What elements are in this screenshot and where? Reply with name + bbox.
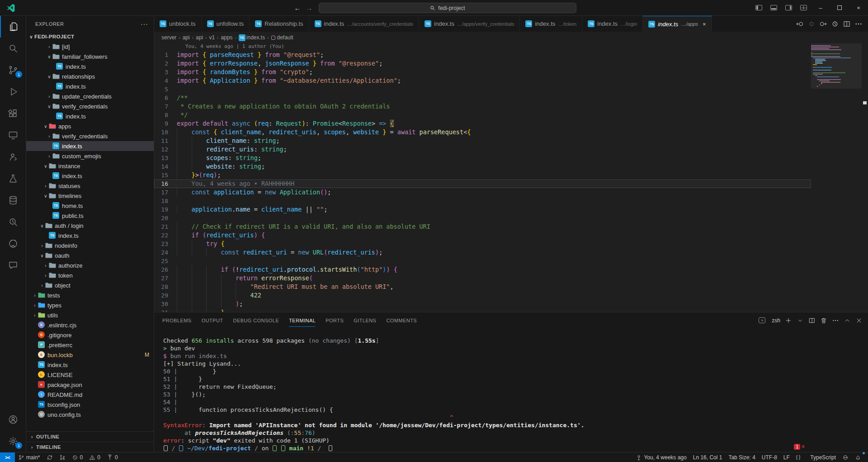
tree-folder-auth-login[interactable]: ∨auth / login — [26, 221, 154, 231]
statusbar-gitlens-graph[interactable] — [56, 453, 69, 462]
split-terminal-icon[interactable] — [808, 317, 816, 324]
tree-item-bun-lockb[interactable]: bbun.lockbM — [26, 350, 154, 360]
statusbar-cursor-position[interactable]: Ln 16, Col 1 — [690, 453, 726, 462]
tab-relationship-ts[interactable]: TSRelationship.ts — [250, 16, 309, 32]
breadcrumb-item-apps[interactable]: apps — [221, 34, 232, 41]
tree-folder-update-credentials[interactable]: ›update_credentials — [26, 91, 154, 101]
activity-item-live-share[interactable] — [0, 146, 26, 168]
tree-item-index-ts[interactable]: TSindex.ts — [26, 360, 154, 370]
maximize-button[interactable] — [830, 0, 849, 15]
activity-item-source-control[interactable]: 1 — [0, 59, 26, 81]
tree-folder-nodeinfo[interactable]: ›nodeinfo — [26, 240, 154, 250]
close-window-button[interactable]: × — [849, 0, 868, 15]
activity-item-manage[interactable]: 1 — [0, 430, 26, 452]
tree-item-index-ts[interactable]: TSindex.ts — [26, 81, 154, 91]
outline-section[interactable]: ›OUTLINE — [26, 431, 154, 442]
breadcrumb-item-server[interactable]: server — [161, 34, 176, 41]
tree-folder-types[interactable]: ›types — [26, 300, 154, 310]
breadcrumb-item-api[interactable]: api — [183, 34, 190, 41]
activity-item-extensions[interactable] — [0, 103, 26, 124]
tree-item-package-json[interactable]: npackage.json — [26, 380, 154, 390]
activity-item-run-debug[interactable] — [0, 81, 26, 103]
tree-item-fedi-project[interactable]: ∨FEDI-PROJECT — [26, 32, 154, 42]
tree-item-uno-config-ts[interactable]: Uuno.config.ts — [26, 410, 154, 420]
tree-item-home-ts[interactable]: TShome.ts — [26, 201, 154, 211]
tree-item-index-ts[interactable]: TSindex.ts — [26, 141, 154, 151]
statusbar-eol[interactable]: LF — [780, 453, 793, 462]
statusbar-encoding[interactable]: UTF-8 — [759, 453, 780, 462]
activity-item-testing[interactable] — [0, 168, 26, 189]
statusbar-blame[interactable]: You, 4 weeks ago — [632, 453, 689, 462]
tree-item-public-ts[interactable]: TSpublic.ts — [26, 211, 154, 221]
tab-index-ts[interactable]: TSindex.ts…/apps× — [643, 16, 712, 32]
tree-folder-verify-credentials[interactable]: ∨verify_credentials — [26, 101, 154, 111]
tab-index-ts[interactable]: TSindex.ts…/token — [520, 16, 582, 32]
tree-folder-tests[interactable]: ›tests — [26, 290, 154, 300]
tree-folder-verify-credentials[interactable]: ›verify_credentials — [26, 131, 154, 141]
statusbar-remote[interactable]: >< — [0, 453, 15, 462]
tree-folder-statuses[interactable]: ›statuses — [26, 181, 154, 191]
timeline-section[interactable]: ›TIMELINE — [26, 442, 154, 452]
breadcrumb-item-index-ts[interactable]: TSindex.ts — [239, 34, 265, 41]
editor-scrollbar[interactable] — [862, 43, 868, 312]
gitlens-codelens[interactable]: You, 4 weeks ago | 1 author (You) — [154, 43, 811, 51]
previous-change-icon[interactable] — [807, 19, 816, 29]
tree-item-readme-md[interactable]: iREADME.md — [26, 390, 154, 400]
activity-item-comments[interactable] — [0, 255, 26, 276]
panel-tab-output[interactable]: OUTPUT — [202, 314, 223, 327]
file-annotations-icon[interactable] — [830, 19, 840, 29]
statusbar-notifications[interactable] — [852, 453, 864, 462]
terminal-error-badge[interactable]: 1 × — [794, 443, 805, 450]
tree-folder-authorize[interactable]: ›authorize — [26, 260, 154, 270]
tree-folder-relationships[interactable]: ∨relationships — [26, 71, 154, 81]
new-terminal-icon[interactable] — [785, 317, 792, 324]
nav-forward-icon[interactable]: → — [303, 4, 315, 12]
tree-item--eslintrc-cjs[interactable]: E.eslintrc.cjs — [26, 320, 154, 330]
customize-layout-icon[interactable] — [800, 5, 807, 10]
tree-item-index-ts[interactable]: TSindex.ts — [26, 61, 154, 71]
activity-item-search[interactable] — [0, 38, 26, 59]
tree-folder-timelines[interactable]: ∨timelines — [26, 191, 154, 201]
tree-item-license[interactable]: LLICENSE — [26, 370, 154, 380]
minimize-button[interactable]: – — [811, 0, 830, 15]
toggle-panel-icon[interactable] — [770, 5, 777, 10]
panel-tab-terminal[interactable]: TERMINAL — [289, 314, 316, 327]
toggle-secondary-sidebar-icon[interactable] — [785, 5, 792, 10]
statusbar-indentation[interactable]: Tab Size: 4 — [725, 453, 758, 462]
shell-label[interactable]: zsh — [772, 317, 780, 324]
tab-unfollow-ts[interactable]: TSunfollow.ts — [202, 16, 250, 32]
explorer-more-actions-icon[interactable]: ··· — [141, 20, 148, 28]
statusbar-copilot[interactable] — [839, 453, 852, 462]
close-tab-icon[interactable]: × — [703, 21, 706, 28]
maximize-panel-icon[interactable] — [844, 317, 851, 324]
activity-item-remote-explorer[interactable] — [0, 124, 26, 146]
statusbar-broadcast[interactable]: 0 — [104, 453, 121, 462]
command-center-search[interactable]: fedi-project — [319, 3, 576, 13]
activity-item-accounts[interactable] — [0, 409, 26, 430]
tree-folder-utils[interactable]: ›utils — [26, 310, 154, 320]
breadcrumb-item-api[interactable]: api — [196, 34, 203, 41]
tree-item-index-ts[interactable]: TSindex.ts — [26, 111, 154, 121]
tree-folder-apps[interactable]: ∨apps — [26, 121, 154, 131]
panel-tab-gitlens[interactable]: GITLENS — [354, 314, 376, 327]
tree-item--prettierrc[interactable]: P.prettierrc — [26, 340, 154, 350]
nav-back-icon[interactable]: ← — [292, 4, 303, 12]
tab-unblock-ts[interactable]: TSunblock.ts — [154, 16, 202, 32]
panel-tab-problems[interactable]: PROBLEMS — [162, 314, 192, 327]
compare-changes-icon[interactable] — [795, 19, 805, 29]
statusbar-language[interactable]: { }TypeScript — [793, 453, 839, 462]
activity-item-github[interactable] — [0, 233, 26, 255]
close-panel-icon[interactable] — [855, 317, 863, 324]
tree-folder-object[interactable]: ›object — [26, 280, 154, 290]
tree-item--gitignore[interactable]: G.gitignore — [26, 330, 154, 340]
split-editor-icon[interactable] — [842, 19, 852, 29]
activity-item-explorer[interactable] — [0, 16, 26, 38]
tree-item-index-ts[interactable]: TSindex.ts — [26, 171, 154, 181]
tree-folder-instance[interactable]: ∨instance — [26, 161, 154, 171]
next-change-icon[interactable] — [818, 19, 828, 29]
tree-item-index-ts[interactable]: TSindex.ts — [26, 231, 154, 240]
panel-tab-ports[interactable]: PORTS — [326, 314, 344, 327]
tree-item-tsconfig-json[interactable]: TStsconfig.json — [26, 400, 154, 410]
tree-folder-familiar-followers[interactable]: ∨familiar_followers — [26, 52, 154, 61]
tree-folder-oauth[interactable]: ∨oauth — [26, 250, 154, 260]
